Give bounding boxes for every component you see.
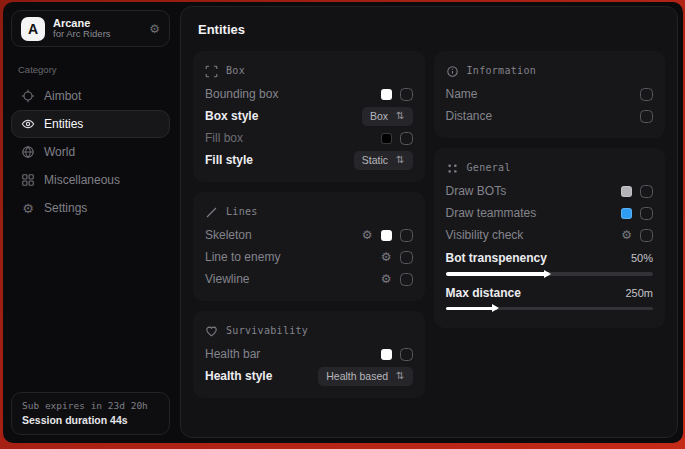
line-to-enemy-config-gear-icon[interactable]: ⚙ [381,251,392,263]
info-icon [446,64,459,77]
slider-thumb[interactable] [492,304,503,312]
bounding-box-checkbox[interactable] [400,88,413,101]
setting-row-fill-box: Fill box [205,127,413,149]
draw-teammates-checkbox[interactable] [640,207,653,220]
section-title: Lines [226,206,258,217]
color-swatch[interactable] [381,349,392,360]
setting-row-line-to-enemy: Line to enemy ⚙ [205,246,413,268]
setting-row-distance: Distance [446,105,654,127]
section-title: Survivability [226,325,308,336]
setting-row-health-bar: Health bar [205,343,413,365]
dropdown-value: Health based [326,370,388,382]
setting-label: Bounding box [205,87,278,101]
sidebar-item-aimbot[interactable]: Aimbot [11,82,170,110]
slider-fill [446,272,550,276]
setting-label: Name [446,87,478,101]
dropdown-value: Static [362,154,388,166]
app-logo: A [21,17,45,41]
general-section-header: General [446,157,654,177]
sidebar-item-world[interactable]: World [11,138,170,166]
color-swatch[interactable] [381,230,392,241]
header-gear-icon[interactable]: ⚙ [149,22,160,36]
crosshair-icon [21,89,35,103]
main-panel: Entities Box Bounding box [180,6,678,438]
draw-bots-checkbox[interactable] [640,185,653,198]
bot-transparency-slider[interactable] [446,272,654,276]
lines-section-header: Lines [205,201,413,221]
setting-label: Max distance [446,286,521,300]
sidebar-item-settings[interactable]: ⚙ Settings [11,194,170,222]
sidebar: A Arcane for Arc Riders ⚙ Category Aimbo… [3,2,178,443]
category-label: Category [18,64,163,75]
skeleton-checkbox[interactable] [400,229,413,242]
slider-fill [446,307,498,311]
setting-label: Fill box [205,131,243,145]
name-checkbox[interactable] [640,88,653,101]
slider-value: 250m [625,287,653,299]
fill-box-checkbox[interactable] [400,132,413,145]
app-titles: Arcane for Arc Riders [53,17,141,41]
sidebar-item-label: World [44,145,75,159]
sidebar-item-label: Entities [44,117,83,131]
setting-row-draw-bots: Draw BOTs [446,180,654,202]
viewline-config-gear-icon[interactable]: ⚙ [381,273,392,285]
skeleton-config-gear-icon[interactable]: ⚙ [362,229,373,241]
line-to-enemy-checkbox[interactable] [400,251,413,264]
globe-icon [21,145,35,159]
visibility-config-gear-icon[interactable]: ⚙ [621,229,632,241]
setting-row-box-style: Box style Box ⇅ [205,105,413,127]
diagonal-line-icon [205,205,218,218]
health-style-dropdown[interactable]: Health based ⇅ [318,367,412,386]
sidebar-item-label: Aimbot [44,89,81,103]
setting-label: Draw teammates [446,206,537,220]
color-swatch[interactable] [381,133,392,144]
fill-style-dropdown[interactable]: Static ⇅ [354,151,413,170]
color-swatch[interactable] [621,208,632,219]
slider-thumb[interactable] [544,270,555,278]
setting-label: Skeleton [205,228,252,242]
general-section: General Draw BOTs Draw teammates [434,148,666,328]
information-section: Information Name Distance [434,51,666,138]
sidebar-item-miscellaneous[interactable]: Miscellaneous [11,166,170,194]
survivability-section: Survivability Health bar Health style He… [193,311,425,398]
setting-row-draw-teammates: Draw teammates [446,202,654,224]
section-title: Box [226,65,245,76]
setting-label: Draw BOTs [446,184,507,198]
setting-row-fill-style: Fill style Static ⇅ [205,149,413,171]
visibility-check-checkbox[interactable] [640,229,653,242]
setting-row-name: Name [446,83,654,105]
color-swatch[interactable] [381,89,392,100]
dots-grid-icon [446,161,459,174]
setting-label: Health bar [205,347,260,361]
distance-checkbox[interactable] [640,110,653,123]
setting-label: Fill style [205,153,253,167]
setting-label: Box style [205,109,258,123]
bot-transparency-setting: Bot transpenency 50% [446,248,654,276]
viewline-checkbox[interactable] [400,273,413,286]
setting-row-skeleton: Skeleton ⚙ [205,224,413,246]
information-section-header: Information [446,60,654,80]
health-bar-checkbox[interactable] [400,348,413,361]
box-section-header: Box [205,60,413,80]
survivability-section-header: Survivability [205,320,413,340]
setting-label: Visibility check [446,228,524,242]
setting-label: Health style [205,369,272,383]
sidebar-nav: Aimbot Entities World [11,82,170,222]
box-style-dropdown[interactable]: Box ⇅ [362,107,412,126]
sidebar-item-entities[interactable]: Entities [11,110,170,138]
session-duration-text: Session duration 44s [22,414,159,426]
setting-label: Line to enemy [205,250,280,264]
setting-row-viewline: Viewline ⚙ [205,268,413,290]
box-section: Box Bounding box Box style Box ⇅ [193,51,425,182]
setting-row-health-style: Health style Health based ⇅ [205,365,413,387]
setting-row-bot-transparency: Bot transpenency 50% [446,248,654,268]
setting-row-bounding-box: Bounding box [205,83,413,105]
page-title: Entities [198,22,665,37]
max-distance-setting: Max distance 250m [446,283,654,311]
color-swatch[interactable] [621,186,632,197]
max-distance-slider[interactable] [446,307,654,311]
section-title: Information [467,65,537,76]
unfold-icon: ⇅ [396,155,404,165]
sub-expiry-text: Sub expires in 23d 20h [22,400,159,411]
dropdown-value: Box [370,110,388,122]
